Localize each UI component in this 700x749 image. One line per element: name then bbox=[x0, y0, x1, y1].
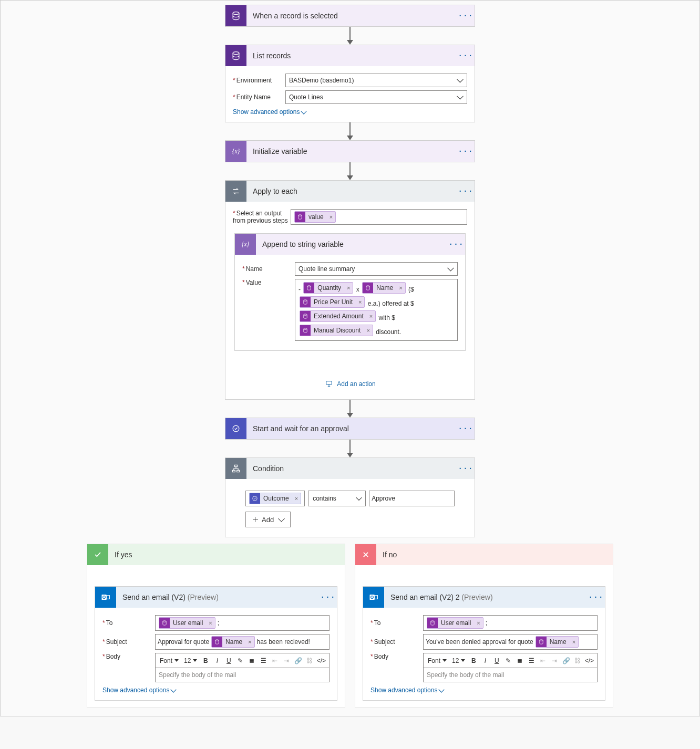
numbered-list-button[interactable]: ≣ bbox=[246, 656, 257, 666]
price-per-unit-token-chip[interactable]: Price Per Unit× bbox=[300, 296, 365, 308]
list-records-card[interactable]: List records · · · Environment BASDemo (… bbox=[225, 45, 475, 122]
condition-menu-button[interactable]: · · · bbox=[457, 464, 475, 473]
outlook-icon bbox=[95, 587, 116, 608]
remove-chip-button[interactable]: × bbox=[327, 214, 335, 220]
highlight-button[interactable]: ✎ bbox=[503, 656, 513, 666]
send-email-no-menu-button[interactable]: · · · bbox=[587, 593, 605, 601]
font-select[interactable]: Font bbox=[426, 657, 449, 664]
approval-card[interactable]: Start and wait for an approval · · · bbox=[225, 418, 475, 440]
bulleted-list-button[interactable]: ☰ bbox=[258, 656, 269, 666]
underline-button[interactable]: U bbox=[223, 656, 234, 666]
bulleted-list-button[interactable]: ☰ bbox=[526, 656, 537, 666]
code-view-button[interactable]: </> bbox=[316, 656, 326, 666]
approval-menu-button[interactable]: · · · bbox=[457, 424, 475, 433]
initialize-variable-card[interactable]: Initialize variable · · · bbox=[225, 140, 475, 162]
body-input[interactable]: Specify the body of the mail bbox=[155, 668, 330, 682]
condition-card[interactable]: Condition · · · Outcome× contains Approv… bbox=[225, 457, 475, 537]
chevron-down-icon bbox=[301, 108, 307, 114]
condition-left-input[interactable]: Outcome× bbox=[245, 491, 305, 506]
append-name-select[interactable]: Quote line summary bbox=[295, 262, 458, 276]
if-yes-title: If yes bbox=[108, 550, 132, 559]
font-size-select[interactable]: 12 bbox=[182, 657, 199, 664]
list-records-menu-button[interactable]: · · · bbox=[457, 51, 475, 60]
entity-name-label: Entity Name bbox=[233, 93, 285, 101]
subject-input[interactable]: You've been denied approval for quote Na… bbox=[423, 634, 598, 650]
send-email-yes-card[interactable]: Send an email (V2) (Preview) · · · To Us… bbox=[95, 586, 337, 701]
remove-chip-button[interactable]: × bbox=[292, 495, 301, 502]
trigger-card[interactable]: When a record is selected · · · bbox=[225, 5, 475, 27]
remove-chip-button[interactable]: × bbox=[474, 620, 482, 626]
add-action-icon bbox=[324, 379, 334, 389]
font-select[interactable]: Font bbox=[158, 657, 181, 664]
name-token-chip[interactable]: Name× bbox=[362, 282, 405, 294]
code-view-button[interactable]: </> bbox=[584, 656, 594, 666]
remove-chip-button[interactable]: × bbox=[396, 282, 405, 294]
font-size-select[interactable]: 12 bbox=[450, 657, 467, 664]
link-button[interactable]: 🔗 bbox=[561, 656, 571, 666]
user-email-token-chip[interactable]: User email× bbox=[159, 617, 215, 629]
show-advanced-options-link[interactable]: Show advanced options bbox=[102, 686, 330, 694]
user-email-token-chip[interactable]: User email× bbox=[427, 617, 483, 629]
outdent-button[interactable]: ⇤ bbox=[538, 656, 548, 666]
apply-to-each-menu-button[interactable]: · · · bbox=[457, 187, 475, 195]
rte-toolbar[interactable]: Font 12 B I U ✎ ≣ ☰ ⇤ ⇥ 🔗 ⛓ </> bbox=[155, 653, 330, 668]
variable-icon bbox=[235, 234, 256, 255]
environment-select[interactable]: BASDemo (basdemo1) bbox=[285, 74, 467, 87]
condition-operator-select[interactable]: contains bbox=[308, 491, 366, 506]
append-string-menu-button[interactable]: · · · bbox=[447, 240, 465, 248]
database-icon bbox=[225, 45, 246, 66]
database-icon bbox=[295, 212, 305, 222]
show-advanced-options-link[interactable]: Show advanced options bbox=[370, 686, 598, 694]
unlink-button[interactable]: ⛓ bbox=[304, 656, 315, 666]
initialize-variable-menu-button[interactable]: · · · bbox=[457, 147, 475, 155]
remove-chip-button[interactable]: × bbox=[367, 310, 375, 323]
italic-button[interactable]: I bbox=[480, 656, 490, 666]
initialize-variable-title: Initialize variable bbox=[246, 147, 457, 155]
remove-chip-button[interactable]: × bbox=[356, 296, 364, 308]
outdent-button[interactable]: ⇤ bbox=[270, 656, 280, 666]
outcome-token-chip[interactable]: Outcome× bbox=[249, 493, 301, 504]
remove-chip-button[interactable]: × bbox=[570, 639, 578, 645]
environment-label: Environment bbox=[233, 77, 285, 84]
italic-button[interactable]: I bbox=[212, 656, 222, 666]
remove-chip-button[interactable]: × bbox=[344, 282, 353, 294]
add-condition-button[interactable]: Add bbox=[245, 512, 291, 527]
apply-to-each-card[interactable]: Apply to each · · · Select an output fro… bbox=[225, 180, 475, 400]
entity-name-select[interactable]: Quote Lines bbox=[285, 90, 467, 104]
remove-chip-button[interactable]: × bbox=[245, 639, 254, 645]
quantity-token-chip[interactable]: Quantity× bbox=[303, 282, 353, 294]
name-token-chip[interactable]: Name× bbox=[536, 636, 579, 648]
add-action-button[interactable]: Add an action bbox=[233, 372, 467, 393]
send-email-yes-menu-button[interactable]: · · · bbox=[319, 593, 337, 601]
select-output-input[interactable]: value × bbox=[291, 209, 467, 225]
rte-toolbar[interactable]: Font 12 B I U ✎ ≣ ☰ ⇤ ⇥ 🔗 ⛓ </> bbox=[423, 653, 598, 668]
manual-discount-token-chip[interactable]: Manual Discount× bbox=[300, 325, 373, 336]
connector-arrow-icon bbox=[346, 122, 354, 140]
highlight-button[interactable]: ✎ bbox=[235, 656, 245, 666]
append-value-label: Value bbox=[242, 279, 295, 286]
condition-right-input[interactable]: Approve bbox=[369, 491, 455, 506]
indent-button[interactable]: ⇥ bbox=[549, 656, 560, 666]
bold-button[interactable]: B bbox=[468, 656, 479, 666]
remove-chip-button[interactable]: × bbox=[364, 324, 372, 337]
subject-input[interactable]: Approval for quote Name× has been reciev… bbox=[155, 634, 330, 650]
to-input[interactable]: User email× ; bbox=[423, 615, 598, 631]
value-token-chip[interactable]: value × bbox=[294, 211, 336, 223]
link-button[interactable]: 🔗 bbox=[293, 656, 303, 666]
remove-chip-button[interactable]: × bbox=[206, 620, 214, 626]
trigger-menu-button[interactable]: · · · bbox=[457, 12, 475, 20]
extended-amount-token-chip[interactable]: Extended Amount× bbox=[300, 310, 376, 322]
indent-button[interactable]: ⇥ bbox=[281, 656, 292, 666]
send-email-no-card[interactable]: Send an email (V2) 2 (Preview) · · · To … bbox=[363, 586, 605, 701]
append-string-variable-card[interactable]: Append to string variable · · · Name Quo… bbox=[234, 233, 466, 351]
bold-button[interactable]: B bbox=[200, 656, 211, 666]
show-advanced-options-link[interactable]: Show advanced options bbox=[233, 108, 467, 116]
name-token-chip[interactable]: Name× bbox=[211, 636, 254, 648]
underline-button[interactable]: U bbox=[491, 656, 502, 666]
body-label: Body bbox=[102, 653, 155, 660]
numbered-list-button[interactable]: ≣ bbox=[514, 656, 525, 666]
append-value-input[interactable]: - Quantity× x Name× ($ Price Per Unit× e… bbox=[295, 279, 458, 341]
body-input[interactable]: Specify the body of the mail bbox=[423, 668, 598, 682]
unlink-button[interactable]: ⛓ bbox=[572, 656, 583, 666]
to-input[interactable]: User email× ; bbox=[155, 615, 330, 631]
